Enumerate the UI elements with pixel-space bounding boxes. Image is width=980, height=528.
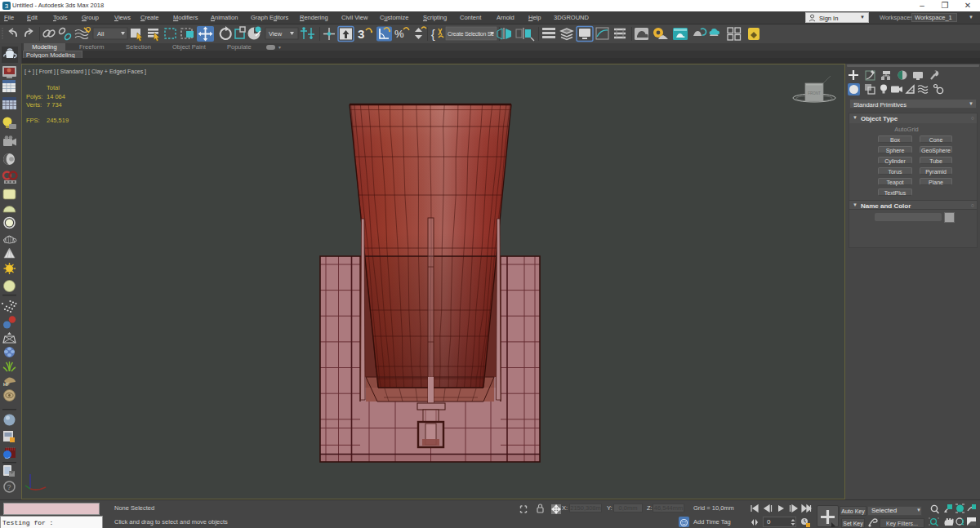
svg-text:HF: HF (3, 382, 10, 387)
svg-text:Create Selection Se: Create Selection Se (448, 31, 494, 37)
svg-text:3: 3 (5, 2, 9, 10)
svg-text:?: ? (7, 483, 11, 491)
svg-text:%: % (394, 28, 404, 40)
svg-text:FRONT: FRONT (808, 91, 821, 95)
svg-text:{: { (431, 28, 435, 41)
svg-text:All: All (97, 30, 105, 38)
svg-text:View: View (269, 30, 283, 38)
svg-text:3: 3 (358, 27, 364, 41)
